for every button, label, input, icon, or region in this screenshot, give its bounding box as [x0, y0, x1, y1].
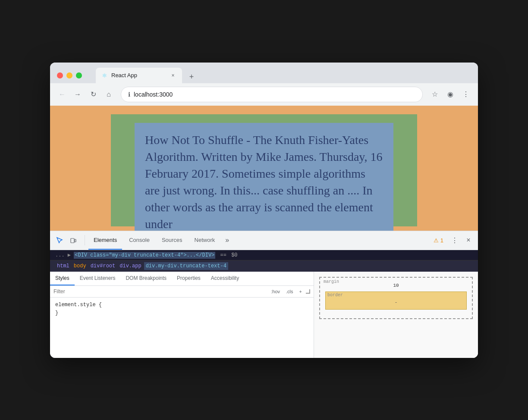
box-model-panel: margin 10 border -	[314, 272, 478, 358]
event-listeners-tab[interactable]: Event Listeners	[75, 272, 121, 285]
element-style-line2: }	[55, 310, 58, 316]
dom-bar-prefix: ...	[55, 252, 68, 258]
breadcrumb-bar: html body div#root div.app div.my-div.tr…	[50, 260, 478, 272]
breadcrumb-body[interactable]: body	[72, 262, 88, 270]
tab-elements[interactable]: Elements	[88, 231, 122, 250]
devtools-kebab-menu[interactable]: ⋮	[449, 234, 461, 246]
element-style-line1: element.style {	[55, 302, 102, 308]
resize-handle[interactable]	[306, 289, 310, 294]
breadcrumb-current[interactable]: div.my-div.truncate-text-4	[144, 262, 228, 270]
info-icon: ℹ	[128, 91, 130, 98]
styles-filter-bar: :hov .cls +	[50, 286, 314, 298]
accessibility-tab[interactable]: Accessibility	[206, 272, 244, 285]
warning-badge[interactable]: ⚠ 1	[430, 237, 447, 244]
green-container: How Not To Shuffle - The Knuth Fisher-Ya…	[111, 114, 417, 226]
devtools-close-button[interactable]: ×	[462, 234, 475, 246]
devtools-panel: Elements Console Sources Network » ⚠ 1 ⋮…	[50, 231, 478, 358]
menu-button[interactable]: ⋮	[459, 88, 473, 101]
dom-bar-equal: ==	[220, 252, 230, 258]
minimize-button[interactable]	[66, 72, 72, 78]
address-text: localhost:3000	[134, 91, 415, 98]
dom-breakpoints-tab[interactable]: DOM Breakpoints	[120, 272, 172, 285]
tab-network[interactable]: Network	[189, 231, 220, 250]
styles-content: element.style { }	[50, 298, 314, 321]
toolbar-divider	[85, 235, 85, 245]
active-tab[interactable]: ⚛ React App ×	[96, 68, 182, 83]
bookmark-button[interactable]: ☆	[428, 88, 442, 101]
breadcrumb-root[interactable]: div#root	[89, 262, 117, 270]
inspect-element-button[interactable]	[53, 234, 66, 246]
tab-bar: ⚛ React App × +	[96, 68, 471, 83]
border-label: border	[327, 293, 343, 298]
filter-input[interactable]	[53, 288, 265, 295]
tab-close-button[interactable]: ×	[169, 72, 177, 79]
title-bar: ⚛ React App × +	[50, 63, 478, 83]
styles-left-panel: Styles Event Listeners DOM Breakpoints P…	[50, 272, 314, 358]
dom-bar-code: <DIV class="my-div truncate-text-4">...<…	[74, 252, 215, 259]
tab-console[interactable]: Console	[124, 231, 155, 250]
new-tab-button[interactable]: +	[185, 71, 198, 83]
traffic-lights	[57, 72, 82, 78]
page-content: How Not To Shuffle - The Knuth Fisher-Ya…	[50, 106, 478, 231]
box-model-border-area: border -	[325, 291, 467, 310]
svg-rect-1	[75, 239, 76, 242]
close-button[interactable]	[57, 72, 63, 78]
styles-sub-tabs: Styles Event Listeners DOM Breakpoints P…	[50, 272, 314, 286]
article-text: How Not To Shuffle - The Knuth Fisher-Ya…	[145, 132, 383, 231]
device-toggle-button[interactable]	[67, 234, 79, 246]
tab-title: React App	[111, 72, 166, 78]
article-text-box: How Not To Shuffle - The Knuth Fisher-Ya…	[135, 123, 393, 231]
dom-inspector-bar: ... ▶ <DIV class="my-div truncate-text-4…	[50, 250, 478, 260]
box-model-margin-label: margin	[324, 279, 339, 284]
nav-bar: ← → ↻ ⌂ ℹ localhost:3000 ☆ ◉ ⋮	[50, 83, 478, 106]
warning-icon: ⚠	[434, 237, 439, 244]
properties-tab[interactable]: Properties	[172, 272, 206, 285]
svg-rect-0	[71, 238, 74, 243]
address-bar[interactable]: ℹ localhost:3000	[121, 87, 423, 102]
maximize-button[interactable]	[76, 72, 82, 78]
devtools-icons	[53, 234, 79, 246]
warning-count: 1	[440, 237, 443, 244]
home-button[interactable]: ⌂	[102, 88, 116, 101]
profile-button[interactable]: ◉	[443, 88, 457, 101]
styles-panel: Styles Event Listeners DOM Breakpoints P…	[50, 272, 478, 358]
tab-sources[interactable]: Sources	[157, 231, 188, 250]
browser-window: ⚛ React App × + ← → ↻ ⌂ ℹ localhost:3000…	[50, 63, 478, 358]
border-value: -	[330, 300, 462, 305]
add-style-button[interactable]: +	[297, 288, 304, 295]
reload-button[interactable]: ↻	[86, 88, 100, 101]
more-tabs-button[interactable]: »	[222, 236, 233, 244]
tab-favicon: ⚛	[101, 72, 108, 79]
box-model-margin-value: 10	[325, 283, 467, 288]
filter-actions: :hov .cls +	[269, 288, 310, 295]
hov-button[interactable]: :hov	[269, 288, 282, 295]
breadcrumb-html[interactable]: html	[55, 262, 71, 270]
dom-bar-arrow: ▶	[68, 252, 74, 258]
breadcrumb-app[interactable]: div.app	[118, 262, 143, 270]
styles-tab[interactable]: Styles	[50, 272, 75, 285]
devtools-toolbar: Elements Console Sources Network » ⚠ 1 ⋮…	[50, 231, 478, 250]
forward-button[interactable]: →	[71, 88, 85, 101]
box-model-diagram: margin 10 border -	[319, 277, 473, 319]
cls-button[interactable]: .cls	[284, 288, 295, 295]
dom-bar-dollar: $0	[231, 252, 237, 258]
back-button[interactable]: ←	[55, 88, 69, 101]
